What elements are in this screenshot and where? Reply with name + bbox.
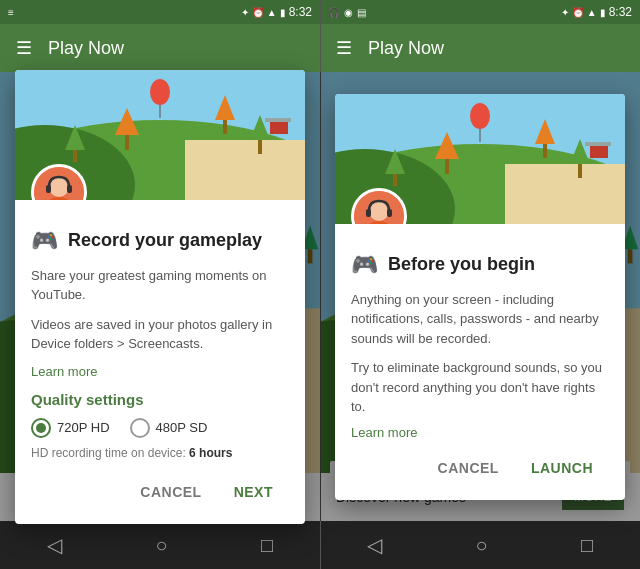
left-square-icon[interactable]: □ [261,534,273,557]
left-nav-bar: ◁ ○ □ [0,521,320,569]
svg-rect-39 [185,140,305,200]
svg-rect-60 [505,164,625,224]
right-app-title: Play Now [368,38,444,59]
right-notif-icon: ◉ [344,7,353,18]
right-nav-bar: ◁ ○ □ [320,521,640,569]
svg-rect-47 [258,140,262,154]
right-menu-icon[interactable]: ☰ [336,37,352,59]
svg-point-48 [150,79,170,105]
svg-rect-43 [125,135,129,150]
left-next-button[interactable]: NEXT [222,476,285,508]
svg-rect-45 [223,120,227,134]
radio-720p-inner [36,423,46,433]
right-time: 8:32 [609,5,632,19]
svg-rect-41 [73,150,77,162]
right-gamepad-icon: 🎮 [351,252,378,278]
radio-720p-outer[interactable] [31,418,51,438]
svg-rect-51 [265,118,291,122]
radio-720p-label: 720P HD [57,420,110,435]
left-cancel-button[interactable]: CANCEL [128,476,213,508]
right-bluetooth-icon: ✦ [561,7,569,18]
svg-rect-68 [578,164,582,178]
left-time: 8:32 [289,5,312,19]
left-home-icon[interactable]: ○ [155,534,167,557]
radio-480p[interactable]: 480P SD [130,418,208,438]
quality-settings-label: Quality settings [31,391,289,408]
right-dialog-content: 🎮 Before you begin Anything on your scre… [335,224,625,500]
right-dialog-title: Before you begin [388,254,535,275]
radio-480p-outer[interactable] [130,418,150,438]
left-back-icon[interactable]: ◁ [47,533,62,557]
left-dialog-body2: Videos are saved in your photos gallery … [31,315,289,354]
right-dialog-header: 🎮 Before you begin [351,252,609,278]
left-app-title: Play Now [48,38,124,59]
right-dialog-card: 🎮 Before you begin Anything on your scre… [335,94,625,500]
right-avatar-image [354,191,404,224]
left-gamepad-icon: 🎮 [31,228,58,254]
svg-rect-50 [270,122,288,134]
bluetooth-icon: ✦ [241,7,249,18]
right-back-icon[interactable]: ◁ [367,533,382,557]
left-illustration [15,70,305,200]
hd-info-prefix: HD recording time on device: [31,446,189,460]
right-alarm-icon: ⏰ [572,7,584,18]
right-signal-icon: ▤ [357,7,366,18]
svg-rect-76 [366,209,371,217]
avatar-image [34,167,84,200]
svg-rect-64 [445,159,449,174]
svg-rect-56 [67,185,72,193]
right-dialog-body1: Anything on your screen - including noti… [351,290,609,349]
left-menu-icon[interactable]: ☰ [16,37,32,59]
left-dialog-header: 🎮 Record your gameplay [31,228,289,254]
right-status-bar: 🎧 ◉ ▤ ✦ ⏰ ▲ ▮ 8:32 [320,0,640,24]
radio-720p[interactable]: 720P HD [31,418,110,438]
left-status-bar: ≡ ✦ ⏰ ▲ ▮ 8:32 [0,0,320,24]
radio-480p-label: 480P SD [156,420,208,435]
right-dialog-actions: CANCEL LAUNCH [351,452,609,488]
right-learn-more-link[interactable]: Learn more [351,425,609,440]
left-dialog-actions: CANCEL NEXT [31,476,289,512]
right-illustration [335,94,625,224]
svg-rect-71 [590,146,608,158]
svg-rect-72 [585,142,611,146]
wifi-icon: ▲ [267,7,277,18]
alarm-icon: ⏰ [252,7,264,18]
left-dialog-body1: Share your greatest gaming moments on Yo… [31,266,289,305]
right-launch-button[interactable]: LAUNCH [519,452,605,484]
hd-info: HD recording time on device: 6 hours [31,446,289,460]
right-home-icon[interactable]: ○ [475,534,487,557]
svg-rect-62 [393,174,397,186]
left-learn-more-link[interactable]: Learn more [31,364,289,379]
left-dialog-overlay: 🎮 Record your gameplay Share your greate… [0,72,320,521]
right-app-bar: ☰ Play Now [320,24,640,72]
left-dialog-card: 🎮 Record your gameplay Share your greate… [15,70,305,524]
svg-point-69 [470,103,490,129]
right-cancel-button[interactable]: CANCEL [426,452,511,484]
svg-rect-66 [543,144,547,158]
left-app-bar: ☰ Play Now [0,24,320,72]
right-wifi-icon: ▲ [587,7,597,18]
quality-radio-group: 720P HD 480P SD [31,418,289,438]
right-battery-icon: ▮ [600,7,606,18]
right-dialog-body2: Try to eliminate background sounds, so y… [351,358,609,417]
right-dialog-overlay: 🎮 Before you begin Anything on your scre… [320,72,640,521]
battery-icon: ▮ [280,7,286,18]
right-headset-icon: 🎧 [328,7,340,18]
left-dialog-title: Record your gameplay [68,230,262,251]
right-square-icon[interactable]: □ [581,534,593,557]
svg-rect-55 [46,185,51,193]
hd-info-value: 6 hours [189,446,232,460]
svg-rect-77 [387,209,392,217]
menu-status-icon: ≡ [8,7,14,18]
left-dialog-content: 🎮 Record your gameplay Share your greate… [15,200,305,524]
